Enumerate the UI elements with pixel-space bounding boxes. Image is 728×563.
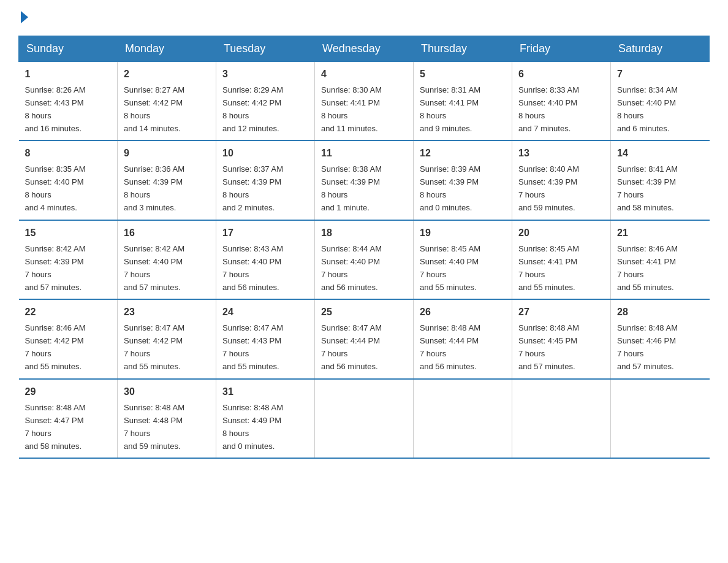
calendar-cell: 24 Sunrise: 8:47 AMSunset: 4:43 PM7 hour… [216, 299, 315, 378]
calendar-cell: 28 Sunrise: 8:48 AMSunset: 4:46 PM7 hour… [611, 299, 710, 378]
calendar-cell: 5 Sunrise: 8:31 AMSunset: 4:41 PM8 hours… [414, 62, 512, 141]
calendar-cell: 20 Sunrise: 8:45 AMSunset: 4:41 PM7 hour… [512, 220, 611, 299]
calendar-cell: 29 Sunrise: 8:48 AMSunset: 4:47 PM7 hour… [19, 379, 118, 458]
day-number: 27 [518, 305, 604, 320]
day-info: Sunrise: 8:34 AMSunset: 4:40 PM8 hoursan… [617, 85, 678, 133]
calendar-cell [512, 379, 611, 458]
day-number: 4 [321, 67, 407, 82]
calendar-cell: 21 Sunrise: 8:46 AMSunset: 4:41 PM7 hour… [611, 220, 710, 299]
calendar-cell: 31 Sunrise: 8:48 AMSunset: 4:49 PM8 hour… [216, 379, 315, 458]
calendar-cell: 6 Sunrise: 8:33 AMSunset: 4:40 PM8 hours… [512, 62, 611, 141]
day-info: Sunrise: 8:30 AMSunset: 4:41 PM8 hoursan… [321, 85, 382, 133]
day-info: Sunrise: 8:48 AMSunset: 4:49 PM8 hoursan… [222, 403, 283, 451]
day-info: Sunrise: 8:35 AMSunset: 4:40 PM8 hoursan… [25, 164, 86, 212]
day-info: Sunrise: 8:48 AMSunset: 4:45 PM7 hoursan… [518, 323, 579, 371]
calendar-cell: 23 Sunrise: 8:47 AMSunset: 4:42 PM7 hour… [118, 299, 216, 378]
day-info: Sunrise: 8:45 AMSunset: 4:40 PM7 hoursan… [420, 244, 480, 292]
weekday-header-sunday: Sunday [19, 36, 118, 62]
logo-arrow-icon [21, 11, 28, 23]
calendar-cell: 3 Sunrise: 8:29 AMSunset: 4:42 PM8 hours… [216, 62, 315, 141]
calendar-header: SundayMondayTuesdayWednesdayThursdayFrid… [19, 36, 710, 62]
calendar-cell [611, 379, 710, 458]
day-info: Sunrise: 8:27 AMSunset: 4:42 PM8 hoursan… [124, 85, 184, 133]
calendar-cell [414, 379, 512, 458]
day-number: 29 [25, 385, 112, 400]
weekday-header-saturday: Saturday [611, 36, 710, 62]
day-info: Sunrise: 8:48 AMSunset: 4:47 PM7 hoursan… [25, 403, 86, 451]
calendar-week-row: 22 Sunrise: 8:46 AMSunset: 4:42 PM7 hour… [19, 299, 710, 378]
day-number: 24 [222, 305, 308, 320]
day-number: 13 [518, 146, 604, 161]
day-number: 9 [124, 146, 210, 161]
day-info: Sunrise: 8:44 AMSunset: 4:40 PM7 hoursan… [321, 244, 382, 292]
day-info: Sunrise: 8:47 AMSunset: 4:44 PM7 hoursan… [321, 323, 382, 371]
calendar-cell: 2 Sunrise: 8:27 AMSunset: 4:42 PM8 hours… [118, 62, 216, 141]
calendar-cell: 27 Sunrise: 8:48 AMSunset: 4:45 PM7 hour… [512, 299, 611, 378]
calendar-cell: 15 Sunrise: 8:42 AMSunset: 4:39 PM7 hour… [19, 220, 118, 299]
day-number: 31 [222, 385, 308, 400]
calendar-week-row: 29 Sunrise: 8:48 AMSunset: 4:47 PM7 hour… [19, 379, 710, 458]
day-info: Sunrise: 8:48 AMSunset: 4:44 PM7 hoursan… [420, 323, 480, 371]
calendar-table: SundayMondayTuesdayWednesdayThursdayFrid… [18, 36, 710, 459]
weekday-header-tuesday: Tuesday [216, 36, 315, 62]
day-number: 26 [420, 305, 506, 320]
day-number: 11 [321, 146, 407, 161]
day-info: Sunrise: 8:47 AMSunset: 4:43 PM7 hoursan… [222, 323, 283, 371]
day-number: 19 [420, 226, 506, 241]
day-info: Sunrise: 8:42 AMSunset: 4:40 PM7 hoursan… [124, 244, 184, 292]
calendar-cell: 16 Sunrise: 8:42 AMSunset: 4:40 PM7 hour… [118, 220, 216, 299]
calendar-cell: 26 Sunrise: 8:48 AMSunset: 4:44 PM7 hour… [414, 299, 512, 378]
day-info: Sunrise: 8:40 AMSunset: 4:39 PM7 hoursan… [518, 164, 579, 212]
day-number: 18 [321, 226, 407, 241]
calendar-cell: 12 Sunrise: 8:39 AMSunset: 4:39 PM8 hour… [414, 140, 512, 220]
calendar-cell: 22 Sunrise: 8:46 AMSunset: 4:42 PM7 hour… [19, 299, 118, 378]
day-number: 1 [25, 67, 112, 82]
calendar-cell: 18 Sunrise: 8:44 AMSunset: 4:40 PM7 hour… [315, 220, 414, 299]
weekday-header-monday: Monday [118, 36, 216, 62]
day-info: Sunrise: 8:36 AMSunset: 4:39 PM8 hoursan… [124, 164, 184, 212]
calendar-week-row: 8 Sunrise: 8:35 AMSunset: 4:40 PM8 hours… [19, 140, 710, 220]
day-info: Sunrise: 8:45 AMSunset: 4:41 PM7 hoursan… [518, 244, 579, 292]
day-number: 25 [321, 305, 407, 320]
weekday-header-thursday: Thursday [414, 36, 512, 62]
calendar-cell: 19 Sunrise: 8:45 AMSunset: 4:40 PM7 hour… [414, 220, 512, 299]
weekday-header-row: SundayMondayTuesdayWednesdayThursdayFrid… [19, 36, 710, 62]
calendar-cell: 8 Sunrise: 8:35 AMSunset: 4:40 PM8 hours… [19, 140, 118, 220]
weekday-header-wednesday: Wednesday [315, 36, 414, 62]
page-header [18, 12, 710, 25]
day-info: Sunrise: 8:43 AMSunset: 4:40 PM7 hoursan… [222, 244, 283, 292]
day-info: Sunrise: 8:47 AMSunset: 4:42 PM7 hoursan… [124, 323, 184, 371]
calendar-cell: 7 Sunrise: 8:34 AMSunset: 4:40 PM8 hours… [611, 62, 710, 141]
day-number: 16 [124, 226, 210, 241]
day-info: Sunrise: 8:33 AMSunset: 4:40 PM8 hoursan… [518, 85, 579, 133]
day-number: 7 [617, 67, 703, 82]
calendar-cell: 30 Sunrise: 8:48 AMSunset: 4:48 PM7 hour… [118, 379, 216, 458]
calendar-cell: 13 Sunrise: 8:40 AMSunset: 4:39 PM7 hour… [512, 140, 611, 220]
day-number: 23 [124, 305, 210, 320]
day-number: 14 [617, 146, 703, 161]
day-number: 28 [617, 305, 703, 320]
day-number: 8 [25, 146, 112, 161]
day-number: 2 [124, 67, 210, 82]
logo [18, 12, 28, 25]
day-number: 20 [518, 226, 604, 241]
calendar-cell: 14 Sunrise: 8:41 AMSunset: 4:39 PM7 hour… [611, 140, 710, 220]
calendar-week-row: 1 Sunrise: 8:26 AMSunset: 4:43 PM8 hours… [19, 62, 710, 141]
calendar-cell [315, 379, 414, 458]
day-info: Sunrise: 8:48 AMSunset: 4:48 PM7 hoursan… [124, 403, 184, 451]
day-number: 30 [124, 385, 210, 400]
day-info: Sunrise: 8:37 AMSunset: 4:39 PM8 hoursan… [222, 164, 283, 212]
calendar-cell: 10 Sunrise: 8:37 AMSunset: 4:39 PM8 hour… [216, 140, 315, 220]
day-number: 10 [222, 146, 308, 161]
day-info: Sunrise: 8:46 AMSunset: 4:41 PM7 hoursan… [617, 244, 678, 292]
day-info: Sunrise: 8:48 AMSunset: 4:46 PM7 hoursan… [617, 323, 678, 371]
day-info: Sunrise: 8:39 AMSunset: 4:39 PM8 hoursan… [420, 164, 480, 212]
day-info: Sunrise: 8:38 AMSunset: 4:39 PM8 hoursan… [321, 164, 382, 212]
weekday-header-friday: Friday [512, 36, 611, 62]
day-number: 21 [617, 226, 703, 241]
day-info: Sunrise: 8:46 AMSunset: 4:42 PM7 hoursan… [25, 323, 86, 371]
day-number: 17 [222, 226, 308, 241]
day-info: Sunrise: 8:26 AMSunset: 4:43 PM8 hoursan… [25, 85, 86, 133]
calendar-body: 1 Sunrise: 8:26 AMSunset: 4:43 PM8 hours… [19, 62, 710, 459]
day-info: Sunrise: 8:41 AMSunset: 4:39 PM7 hoursan… [617, 164, 678, 212]
